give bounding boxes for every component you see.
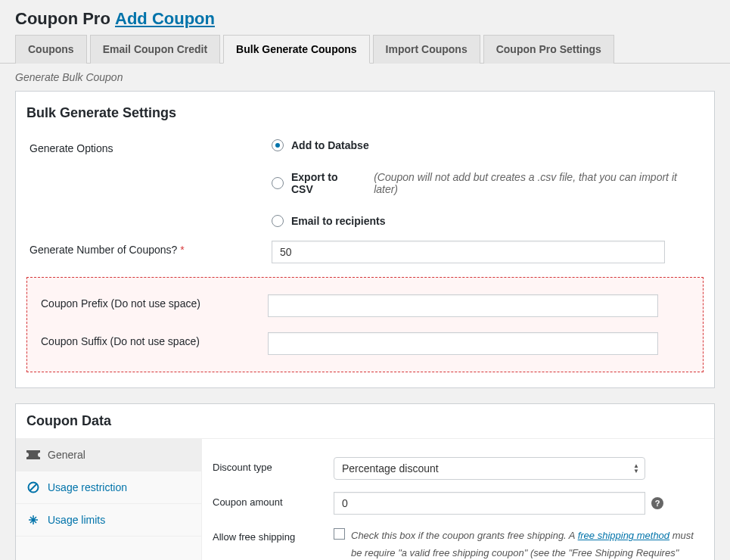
- allow-free-shipping-description: Check this box if the coupon grants free…: [351, 527, 704, 560]
- discount-type-select[interactable]: Percentage discount ▲▼: [334, 457, 645, 480]
- coupon-data-side-tabs: General Usage restriction Usage limits: [16, 439, 202, 560]
- tab-import-coupons[interactable]: Import Coupons: [373, 35, 480, 64]
- side-tab-general-label: General: [48, 449, 85, 461]
- coupon-data-heading: Coupon Data: [16, 404, 714, 438]
- radio-label-export-csv: Export to CSV: [291, 171, 362, 195]
- bulk-generate-panel: Bulk Generate Settings Generate Options …: [15, 91, 715, 388]
- side-tab-usage-limits[interactable]: Usage limits: [16, 504, 201, 537]
- prefix-suffix-box: Coupon Prefix (Do not use space) Coupon …: [26, 277, 704, 372]
- tab-coupon-pro-settings[interactable]: Coupon Pro Settings: [483, 35, 614, 64]
- radio-export-csv[interactable]: [272, 177, 284, 189]
- free-shipping-method-link[interactable]: free shipping method: [578, 530, 669, 541]
- resize-icon: [26, 513, 40, 527]
- radio-email-recipients[interactable]: [272, 215, 284, 227]
- coupon-data-content: Discount type Percentage discount ▲▼ Cou…: [202, 439, 714, 560]
- allow-free-shipping-checkbox[interactable]: [334, 528, 345, 540]
- ticket-icon: [26, 448, 40, 462]
- tab-bulk-generate-coupons[interactable]: Bulk Generate Coupons: [223, 35, 369, 64]
- radio-label-add-database: Add to Databse: [291, 139, 369, 151]
- coupon-prefix-input[interactable]: [268, 294, 658, 317]
- generate-options-label: Generate Options: [30, 139, 272, 154]
- add-coupon-link[interactable]: Add Coupon: [115, 9, 215, 28]
- radio-option-export-csv[interactable]: Export to CSV (Coupon will not add but c…: [272, 171, 700, 195]
- generate-number-input[interactable]: [272, 241, 665, 263]
- coupon-suffix-label: Coupon Suffix (Do not use space): [41, 332, 268, 347]
- discount-type-label: Discount type: [213, 457, 334, 473]
- radio-hint-export-csv: (Coupon will not add but creates a .csv …: [374, 171, 700, 195]
- generate-number-label: Generate Number of Coupons? *: [30, 241, 272, 256]
- coupon-amount-label: Coupon amount: [213, 492, 334, 508]
- side-tab-usage-limits-label: Usage limits: [48, 514, 105, 526]
- radio-label-email-recipients: Email to recipients: [291, 215, 385, 227]
- coupon-amount-input[interactable]: [334, 492, 645, 515]
- radio-option-add-database[interactable]: Add to Databse: [272, 139, 700, 151]
- bulk-heading: Bulk Generate Settings: [26, 102, 704, 135]
- page-title: Coupon Pro Add Coupon: [15, 9, 215, 28]
- side-tab-usage-restriction[interactable]: Usage restriction: [16, 471, 201, 504]
- coupon-prefix-label: Coupon Prefix (Do not use space): [41, 294, 268, 310]
- side-tab-general[interactable]: General: [16, 439, 201, 471]
- help-icon[interactable]: ?: [651, 497, 663, 509]
- tabs-nav: Coupons Email Coupon Credit Bulk Generat…: [15, 35, 715, 63]
- radio-option-email-recipients[interactable]: Email to recipients: [272, 215, 700, 227]
- allow-free-shipping-label: Allow free shipping: [213, 527, 334, 543]
- ban-icon: [26, 481, 40, 494]
- side-tab-usage-restriction-label: Usage restriction: [48, 481, 127, 493]
- coupon-suffix-input[interactable]: [268, 332, 658, 355]
- svg-line-1: [30, 484, 37, 491]
- radio-add-database[interactable]: [272, 139, 284, 151]
- section-subtitle: Generate Bulk Coupon: [0, 64, 730, 91]
- tab-email-coupon-credit[interactable]: Email Coupon Credit: [90, 35, 220, 64]
- tab-coupons[interactable]: Coupons: [15, 35, 87, 64]
- coupon-data-panel: Coupon Data General Usage restriction Us…: [15, 403, 715, 560]
